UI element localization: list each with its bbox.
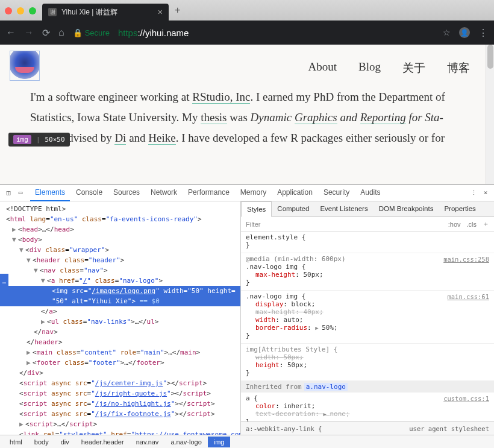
nav-link-about-cn[interactable]: 关于 <box>402 60 425 76</box>
styles-tab-computed[interactable]: Computed <box>272 201 314 216</box>
css-rule[interactable]: img[Attributes Style] {width: 50px;heigh… <box>241 344 494 381</box>
new-tab-button[interactable]: + <box>169 5 186 21</box>
minimize-window-button[interactable] <box>17 7 24 14</box>
tab-network[interactable]: Network <box>146 185 182 201</box>
dom-header[interactable]: ▼<header class="header"> <box>0 255 240 265</box>
url-text[interactable]: https://yihui.name <box>118 28 434 38</box>
bc-img[interactable]: img <box>208 437 231 447</box>
nav-link-blog-cn[interactable]: 博客 <box>447 60 470 76</box>
tab-audits[interactable]: Audits <box>355 185 385 201</box>
tab-security[interactable]: Security <box>319 185 354 201</box>
css-rule[interactable]: custom.css:1a {color: inherit;text-decor… <box>241 393 494 421</box>
close-window-button[interactable] <box>5 7 12 14</box>
dom-img-selected-2[interactable]: "50" alt="Yihui Xie"> == $0 <box>0 296 240 306</box>
css-rule[interactable]: element.style {} <box>241 232 494 253</box>
site-intro: I'm a software engineer working at RStud… <box>0 87 494 149</box>
inspect-element-icon[interactable]: ◫ <box>4 189 13 197</box>
link-graphics[interactable]: Graphics <box>295 111 337 124</box>
reload-button[interactable]: ⟳ <box>42 27 50 39</box>
tab-application[interactable]: Application <box>272 185 317 201</box>
bc-div[interactable]: div <box>55 437 75 447</box>
styles-tab-domb[interactable]: DOM Breakpoints <box>374 201 439 216</box>
dom-body[interactable]: ▼<body> <box>0 235 240 245</box>
tab-title: Yihui Xie | 谢益辉 <box>61 7 117 17</box>
devtools-toolbar: ◫ ▭ Elements Console Sources Network Per… <box>0 185 494 201</box>
dom-script-2[interactable]: <script async src="/js/right-quote.js"><… <box>0 388 240 399</box>
site-logo[interactable] <box>10 51 40 81</box>
dom-html[interactable]: <html lang="en-us" class="fa-events-icon… <box>0 214 240 224</box>
browser-menu-icon[interactable]: ⋮ <box>478 27 488 39</box>
link-heike[interactable]: Heike <box>148 131 175 145</box>
rule-source-link[interactable]: custom.css:1 <box>443 395 489 402</box>
dom-link[interactable]: <link rel="stylesheet" href="https://use… <box>0 429 240 435</box>
bookmark-icon[interactable]: ☆ <box>443 28 451 37</box>
inspect-tooltip: img | 50×50 <box>8 133 70 147</box>
styles-add-rule-icon[interactable]: ＋ <box>483 219 489 229</box>
dom-a-close[interactable]: </a> <box>0 306 240 317</box>
bc-a[interactable]: a.nav-logo <box>164 437 207 447</box>
dom-head[interactable]: ▶<head>…</head> <box>0 224 240 235</box>
link-reporting[interactable]: Reporting <box>360 111 406 124</box>
css-rules: element.style {}main.css:258@media (min-… <box>241 232 494 421</box>
dom-wrapper[interactable]: ▼<div class="wrapper"> <box>0 245 240 255</box>
styles-filter-input[interactable]: Filter <box>246 221 260 228</box>
devtools-menu-icon[interactable]: ⋮ <box>469 189 478 197</box>
tab-sources[interactable]: Sources <box>108 185 145 201</box>
viewport-scrollbar[interactable] <box>486 45 494 184</box>
nav-link-blog[interactable]: Blog <box>358 60 381 76</box>
dom-header-close[interactable]: </header> <box>0 337 240 347</box>
profile-avatar[interactable]: 👤 <box>459 27 470 38</box>
dom-script-3[interactable]: <script async src="/js/no-highlight.js">… <box>0 399 240 409</box>
tab-memory[interactable]: Memory <box>236 185 271 201</box>
tooltip-dims: 50×50 <box>45 136 65 144</box>
secure-indicator[interactable]: 🔒 Secure <box>73 28 110 37</box>
devtools-close-icon[interactable]: × <box>481 189 490 197</box>
dom-doctype[interactable]: <!DOCTYPE html> <box>0 204 240 214</box>
styles-tab-listeners[interactable]: Event Listeners <box>314 201 373 216</box>
browser-tab[interactable]: 谢 Yihui Xie | 谢益辉 × <box>42 4 169 21</box>
tab-close-icon[interactable]: × <box>158 7 163 17</box>
bc-header[interactable]: header.header <box>75 437 130 447</box>
styles-tab-styles[interactable]: Styles <box>241 201 272 217</box>
site-nav-links: About Blog 关于 博客 <box>308 51 470 76</box>
dom-div-close[interactable]: </div> <box>0 368 240 378</box>
link-di[interactable]: Di <box>114 131 126 145</box>
styles-tab-props[interactable]: Properties <box>439 201 481 216</box>
rule-source-link[interactable]: main.css:61 <box>447 293 489 300</box>
back-button[interactable]: ← <box>6 27 16 38</box>
styles-hov-toggle[interactable]: :hov <box>448 221 461 228</box>
rule-source-link[interactable]: main.css:258 <box>443 256 489 263</box>
dom-main[interactable]: ▶<main class="content" role="main">…</ma… <box>0 347 240 358</box>
dom-nav[interactable]: ▼<nav class="nav"> <box>0 265 240 276</box>
tab-performance[interactable]: Performance <box>183 185 234 201</box>
devtools-main: <!DOCTYPE html> <html lang="en-us" class… <box>0 201 494 435</box>
dom-ul[interactable]: ▶<ul class="nav-links">…</ul> <box>0 317 240 327</box>
maximize-window-button[interactable] <box>29 7 36 14</box>
tab-console[interactable]: Console <box>71 185 107 201</box>
dom-footer[interactable]: ▶<footer class="footer">…</footer> <box>0 358 240 368</box>
bc-nav[interactable]: nav.nav <box>130 437 165 447</box>
dom-script-empty[interactable]: ▶<script>…</script> <box>0 419 240 429</box>
nav-link-about[interactable]: About <box>308 60 337 76</box>
css-rule[interactable]: main.css:61.nav-logo img {display: block… <box>241 291 494 344</box>
forward-button[interactable]: → <box>24 27 34 38</box>
dom-nav-close[interactable]: </nav> <box>0 327 240 337</box>
device-toolbar-icon[interactable]: ▭ <box>16 189 25 197</box>
dom-a[interactable]: ▼<a href="/" class="nav-logo"> <box>0 276 240 286</box>
scrollbar-thumb[interactable] <box>487 45 493 69</box>
dom-tree[interactable]: <!DOCTYPE html> <html lang="en-us" class… <box>0 201 241 435</box>
css-rule[interactable]: main.css:258@media (min-width: 600px).na… <box>241 253 494 291</box>
home-button[interactable]: ⌂ <box>58 27 64 38</box>
bc-body[interactable]: body <box>28 437 55 447</box>
styles-cls-toggle[interactable]: .cls <box>467 221 477 228</box>
uas-label: user agent stylesheet <box>409 425 489 432</box>
inherited-link[interactable]: a.nav-logo <box>304 383 348 391</box>
link-rstudio[interactable]: RStudio, Inc <box>192 90 250 104</box>
dom-script-1[interactable]: <script async src="/js/center-img.js"></… <box>0 378 240 388</box>
tab-elements[interactable]: Elements <box>30 185 70 201</box>
dom-img-selected[interactable]: <img src="/images/logo.png" width="50" h… <box>0 286 240 296</box>
link-thesis[interactable]: thesis <box>201 111 227 124</box>
window-controls <box>5 7 42 21</box>
dom-script-4[interactable]: <script async src="/js/fix-footnote.js">… <box>0 409 240 419</box>
bc-html[interactable]: html <box>4 437 28 447</box>
